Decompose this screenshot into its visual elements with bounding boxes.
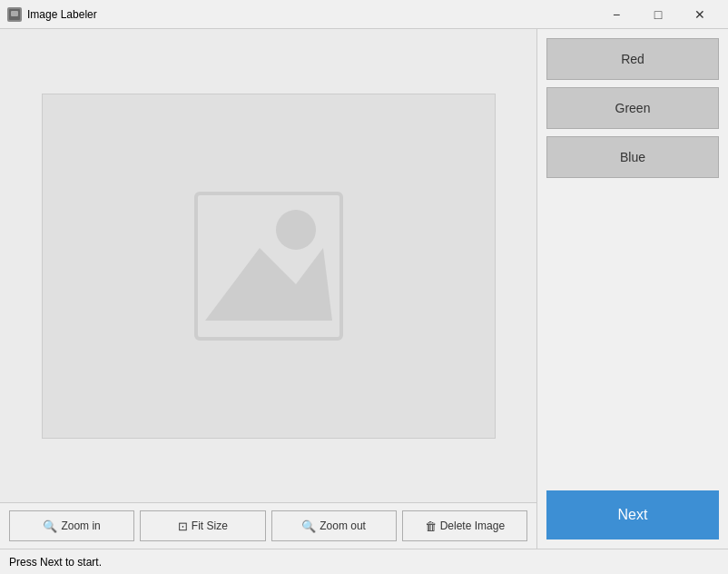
label-blue-text: Blue: [620, 150, 645, 164]
zoom-in-icon: 🔍: [43, 520, 57, 533]
delete-image-button[interactable]: 🗑 Delete Image: [402, 510, 527, 541]
app-title: Image Labeler: [27, 8, 595, 21]
zoom-out-icon: 🔍: [301, 520, 316, 533]
status-message: Press Next to start.: [9, 556, 102, 569]
svg-marker-3: [205, 248, 332, 321]
label-red-button[interactable]: Red: [546, 38, 719, 80]
label-buttons: Red Green Blue: [546, 38, 719, 178]
zoom-out-label: Zoom out: [320, 520, 366, 532]
fit-size-icon: ⊡: [178, 520, 188, 533]
close-button[interactable]: ✕: [679, 0, 721, 29]
fit-size-label: Fit Size: [192, 520, 228, 532]
minimize-button[interactable]: −: [595, 0, 637, 29]
image-area: [0, 29, 536, 502]
placeholder-icon: [178, 175, 359, 357]
window-controls: − □ ✕: [595, 0, 721, 29]
label-green-text: Green: [615, 101, 651, 115]
main-content: 🔍 Zoom in ⊡ Fit Size 🔍 Zoom out 🗑 Delete…: [0, 29, 728, 549]
label-blue-button[interactable]: Blue: [546, 136, 719, 178]
fit-size-button[interactable]: ⊡ Fit Size: [140, 510, 265, 541]
titlebar: Image Labeler − □ ✕: [0, 0, 728, 29]
maximize-button[interactable]: □: [637, 0, 679, 29]
svg-point-4: [276, 210, 316, 250]
spacer: [546, 185, 719, 483]
zoom-out-button[interactable]: 🔍 Zoom out: [271, 510, 397, 541]
zoom-in-label: Zoom in: [61, 520, 100, 532]
label-red-text: Red: [621, 52, 644, 66]
statusbar: Press Next to start.: [0, 549, 728, 574]
left-panel: 🔍 Zoom in ⊡ Fit Size 🔍 Zoom out 🗑 Delete…: [0, 29, 537, 549]
next-button[interactable]: Next: [546, 490, 719, 539]
delete-icon: 🗑: [425, 520, 437, 533]
svg-rect-1: [11, 11, 18, 16]
label-green-button[interactable]: Green: [546, 87, 719, 129]
image-placeholder: [42, 94, 496, 439]
zoom-in-button[interactable]: 🔍 Zoom in: [9, 510, 134, 541]
right-panel: Red Green Blue Next: [537, 29, 728, 549]
app-icon: [7, 7, 22, 22]
delete-image-label: Delete Image: [440, 520, 505, 532]
bottom-toolbar: 🔍 Zoom in ⊡ Fit Size 🔍 Zoom out 🗑 Delete…: [0, 502, 536, 549]
